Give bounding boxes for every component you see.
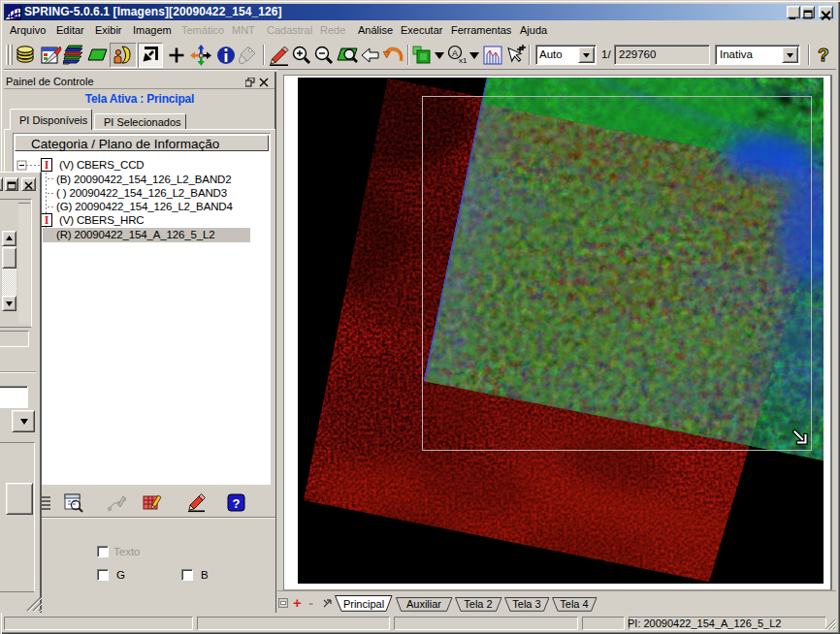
svg-text:Tela 4: Tela 4 bbox=[560, 598, 588, 610]
svg-text:?: ? bbox=[233, 496, 241, 511]
svg-text:Principal: Principal bbox=[343, 598, 384, 610]
svg-text:Auxiliar: Auxiliar bbox=[406, 598, 441, 610]
svg-text:x1: x1 bbox=[459, 56, 468, 65]
svg-text:Tela 3: Tela 3 bbox=[512, 598, 540, 610]
svg-text:A: A bbox=[452, 48, 458, 58]
svg-text:Tela 2: Tela 2 bbox=[464, 598, 492, 610]
